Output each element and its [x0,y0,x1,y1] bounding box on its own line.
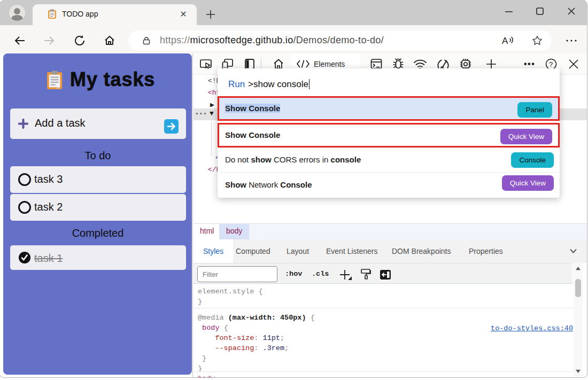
svg-text:A: A [502,36,508,46]
svg-text:?: ? [549,60,553,68]
